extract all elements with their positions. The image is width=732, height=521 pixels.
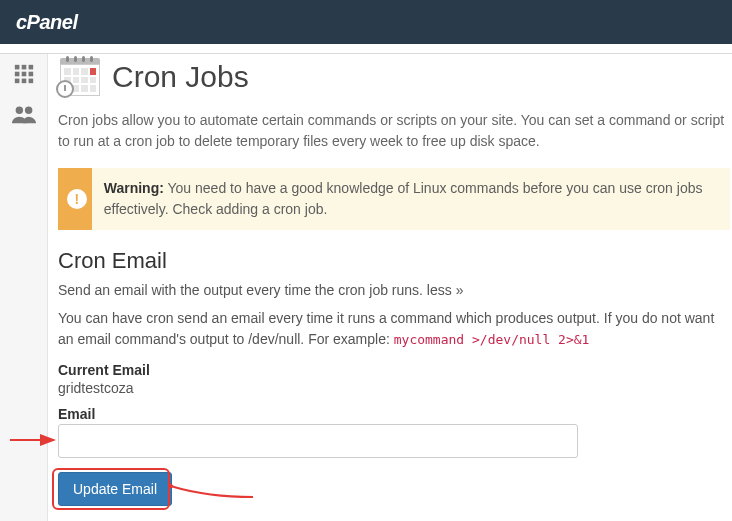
warning-icon: ! [62,168,92,230]
cron-calendar-icon [58,58,102,96]
page-title: Cron Jobs [112,60,249,94]
warning-body: You need to have a good knowledge of Lin… [104,180,703,217]
intro-text: Cron jobs allow you to automate certain … [58,110,730,152]
svg-rect-0 [14,65,19,70]
main-content: Cron Jobs Cron jobs allow you to automat… [48,54,732,521]
svg-rect-3 [14,72,19,77]
sidebar [0,54,48,521]
sub-navbar [0,44,732,54]
cron-email-title: Cron Email [58,248,730,274]
svg-rect-1 [21,65,26,70]
svg-rect-5 [28,72,33,77]
svg-rect-6 [14,79,19,84]
shell: Cron Jobs Cron jobs allow you to automat… [0,54,732,521]
cron-email-code: mycommand >/dev/null 2>&1 [394,332,590,347]
page-header: Cron Jobs [58,58,730,96]
cron-email-desc2: You can have cron send an email every ti… [58,308,730,350]
brand-logo: cPanel [16,11,77,34]
cron-email-desc: Send an email with the output every time… [58,282,730,298]
svg-rect-4 [21,72,26,77]
current-email-value: gridtestcoza [58,380,730,396]
users-icon[interactable] [10,102,38,126]
svg-rect-2 [28,65,33,70]
email-label: Email [58,406,730,422]
warning-alert: ! Warning: You need to have a good knowl… [58,168,730,230]
svg-rect-8 [28,79,33,84]
apps-grid-icon[interactable] [10,62,38,86]
svg-point-9 [15,107,22,114]
update-email-button[interactable]: Update Email [58,472,172,506]
warning-prefix: Warning: [104,180,164,196]
warning-text: Warning: You need to have a good knowled… [92,168,730,230]
svg-point-10 [24,107,31,114]
svg-rect-7 [21,79,26,84]
cron-email-desc2-text: You can have cron send an email every ti… [58,310,714,347]
current-email-label: Current Email [58,362,730,378]
email-input[interactable] [58,424,578,458]
top-navbar: cPanel [0,0,732,44]
